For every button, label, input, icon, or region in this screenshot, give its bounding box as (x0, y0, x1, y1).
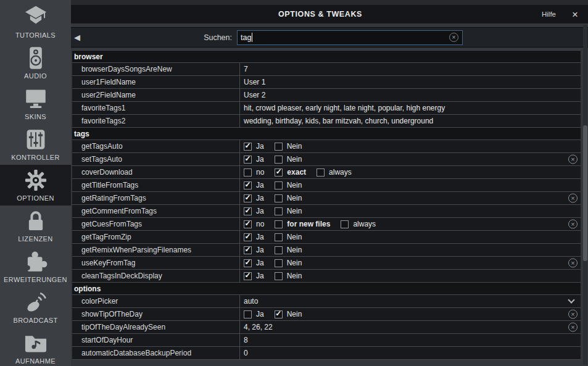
scrollbar-thumb[interactable] (583, 125, 587, 261)
checkbox[interactable]: ✓ (244, 246, 252, 254)
sidebar-item-erweiterungen[interactable]: ERWEITERUNGEN (0, 246, 71, 287)
sidebar-item-aufnahme[interactable]: AUFNAHME (0, 328, 71, 366)
check-icon: ✓ (244, 155, 251, 162)
checkbox[interactable] (275, 156, 283, 164)
setting-value[interactable]: 0 (240, 347, 581, 359)
reset-icon[interactable]: × (568, 310, 578, 319)
setting-row-tipOfTheDayAlreadySeen: tipOfTheDayAlreadySeen4, 26, 22× (72, 320, 581, 333)
choice-label: Nein (287, 259, 302, 267)
sidebar-item-skins[interactable]: SKINS (0, 83, 71, 124)
antenna-icon (22, 289, 49, 316)
sidebar-item-kontroller[interactable]: KONTROLLER (0, 124, 71, 165)
setting-value[interactable]: auto (240, 295, 581, 307)
checkbox[interactable]: ✓ (244, 181, 252, 189)
checkbox[interactable]: ✓ (244, 156, 252, 164)
choice-label: Nein (287, 272, 302, 280)
sidebar-item-label: SKINS (25, 113, 46, 120)
checkbox[interactable]: ✓ (244, 233, 252, 241)
checkbox[interactable]: ✓ (244, 272, 252, 280)
setting-value[interactable]: wedding, birthday, kids, bar mitzvah, ch… (240, 115, 581, 127)
setting-value[interactable]: User 1 (240, 76, 581, 88)
setting-row-useKeyFromTag: useKeyFromTag✓JaNein× (72, 256, 581, 269)
sidebar-item-broadcast[interactable]: BROADCAST (0, 287, 71, 328)
sidebar-item-audio[interactable]: AUDIO (0, 43, 71, 83)
close-icon[interactable]: × (572, 5, 578, 23)
text-caret (252, 33, 252, 42)
setting-row-favoriteTags2: favoriteTags2wedding, birthday, kids, ba… (72, 114, 581, 127)
value-text: 4, 26, 22 (244, 323, 273, 331)
setting-row-setTagsAuto: setTagsAuto✓JaNein× (72, 152, 581, 165)
setting-value: ✓JaNein (240, 244, 581, 256)
choice-label: Nein (287, 233, 302, 241)
sidebar-item-lizenzen[interactable]: LIZENZEN (0, 206, 71, 246)
sidebar-item-optionen[interactable]: OPTIONEN (0, 165, 71, 206)
checkbox[interactable] (244, 310, 252, 318)
checkbox[interactable]: ✓ (244, 220, 252, 228)
setting-row-browserDaysSongsAreNew: browserDaysSongsAreNew7 (72, 62, 581, 75)
checkbox[interactable] (275, 259, 283, 267)
sidebar-item-label: TUTORIALS (15, 31, 56, 39)
checkbox[interactable] (341, 220, 349, 228)
options-window: TUTORIALSAUDIOSKINSKONTROLLEROPTIONENLIZ… (0, 0, 588, 366)
reset-icon[interactable]: × (568, 194, 578, 203)
checkbox[interactable] (275, 233, 283, 241)
sidebar-item-tutorials[interactable]: TUTORIALS (0, 2, 71, 43)
checkbox[interactable] (275, 194, 283, 202)
choice-label: Nein (287, 246, 302, 254)
setting-row-getTitleFromTags: getTitleFromTags✓JaNein (72, 178, 581, 191)
checkbox[interactable]: ✓ (275, 168, 283, 177)
setting-value[interactable]: 4, 26, 22× (240, 321, 581, 333)
checkbox[interactable]: ✓ (244, 207, 252, 215)
setting-row-getRemixWhenParsingFilenames: getRemixWhenParsingFilenames✓JaNein (72, 243, 581, 256)
vertical-scrollbar[interactable] (583, 25, 587, 365)
setting-name: cleanTagsInDeckDisplay (72, 270, 240, 282)
graduation-cap-icon (22, 4, 49, 31)
check-icon: ✓ (275, 310, 281, 317)
reset-icon[interactable]: × (568, 220, 578, 229)
search-input[interactable]: tag × (237, 30, 463, 45)
choice-label: Nein (287, 142, 302, 151)
speaker-icon (22, 44, 49, 72)
checkbox[interactable] (275, 220, 283, 228)
checkbox[interactable]: ✓ (244, 143, 252, 151)
setting-name: getTitleFromTags (72, 179, 240, 191)
clear-search-icon[interactable]: × (449, 33, 458, 42)
setting-row-getCuesFromTags: getCuesFromTags✓nofor new filesalways× (72, 217, 581, 230)
value-text: hit, crowd pleaser, early night, late ni… (244, 104, 445, 112)
reset-icon[interactable]: × (568, 323, 578, 332)
checkbox[interactable] (244, 168, 252, 177)
setting-value[interactable]: hit, crowd pleaser, early night, late ni… (240, 102, 581, 114)
setting-name: tipOfTheDayAlreadySeen (72, 321, 240, 333)
setting-value[interactable]: 7 (240, 63, 581, 75)
search-value: tag (238, 33, 251, 42)
help-button[interactable]: Hilfe (542, 5, 556, 23)
reset-icon[interactable]: × (568, 155, 578, 164)
reset-icon[interactable]: × (568, 259, 578, 268)
checkbox[interactable] (275, 143, 283, 151)
setting-name: getTagsAuto (72, 140, 240, 152)
check-icon: ✓ (244, 142, 251, 149)
checkbox[interactable] (275, 207, 283, 215)
search-bar: ◀ Suchen: tag × (71, 27, 588, 48)
checkbox[interactable]: ✓ (275, 310, 283, 318)
sliders-icon (22, 126, 49, 153)
setting-row-getCommentFromTags: getCommentFromTags✓JaNein (72, 204, 581, 217)
back-arrow-icon[interactable]: ◀ (71, 33, 80, 42)
checkbox[interactable]: ✓ (244, 194, 252, 202)
checkbox[interactable] (317, 168, 325, 177)
chevron-down-icon[interactable] (568, 296, 574, 303)
setting-value[interactable]: User 2 (240, 89, 581, 101)
choice-label: always (353, 220, 376, 228)
choice-label: Nein (287, 155, 302, 164)
setting-row-automaticDatabaseBackupPeriod: automaticDatabaseBackupPeriod0 (72, 346, 581, 359)
checkbox[interactable] (275, 246, 283, 254)
checkbox[interactable] (275, 272, 283, 280)
checkbox[interactable] (275, 181, 283, 189)
value-text: wedding, birthday, kids, bar mitzvah, ch… (244, 117, 433, 125)
choice-label: Ja (256, 259, 264, 267)
setting-name: getCuesFromTags (72, 218, 240, 230)
checkbox[interactable]: ✓ (244, 259, 252, 267)
gear-icon (22, 167, 49, 194)
setting-value[interactable]: 8 (240, 334, 581, 346)
choice-label: Ja (256, 194, 264, 202)
